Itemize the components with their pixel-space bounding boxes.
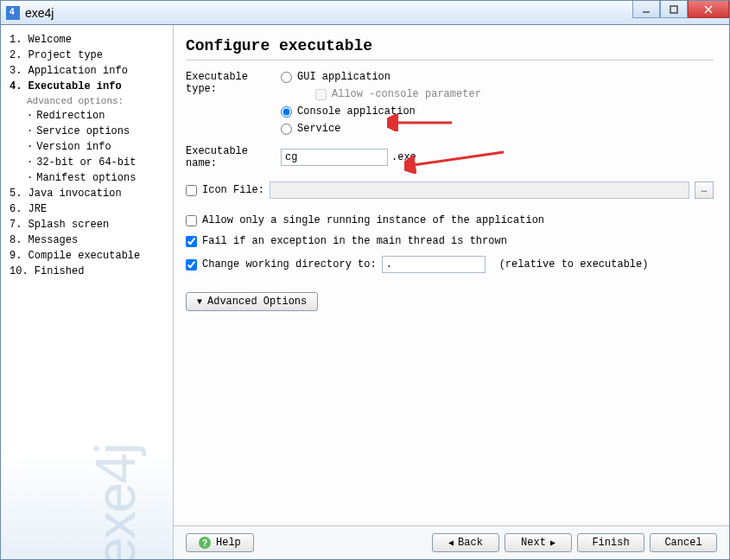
radio-console-input[interactable] [281, 106, 292, 118]
radio-service-label: Service [297, 123, 340, 135]
help-button[interactable]: ? Help [186, 533, 254, 552]
step-project-type[interactable]: 2. Project type [10, 48, 169, 63]
maximize-icon [670, 5, 678, 14]
step-java-invocation[interactable]: 5. Java invocation [10, 186, 169, 201]
step-finished[interactable]: 10. Finished [10, 264, 169, 279]
radio-console-label: Console application [297, 105, 416, 118]
exec-name-input[interactable] [281, 149, 388, 166]
radio-console-application[interactable]: Console application [281, 105, 481, 118]
icon-file-browse-button[interactable]: … [695, 181, 714, 199]
cwd-relative-label: (relative to executable) [499, 258, 649, 270]
check-fail-on-exception[interactable]: Fail if an exception in the main thread … [186, 235, 714, 247]
cancel-label: Cancel [664, 537, 701, 549]
substep-service-options[interactable]: ·Service options [10, 124, 169, 139]
close-button[interactable] [688, 1, 729, 18]
back-label: Back [458, 537, 483, 549]
next-button[interactable]: Next ▶ [505, 533, 572, 552]
exec-type-label: Executable type: [186, 71, 281, 95]
check-single-instance-label: Allow only a single running instance of … [202, 214, 544, 226]
cwd-input[interactable] [382, 256, 486, 273]
check-icon-file[interactable]: Icon File: [186, 184, 264, 196]
check-allow-console: Allow -console parameter [315, 88, 481, 100]
maximize-button[interactable] [660, 1, 688, 18]
cancel-button[interactable]: Cancel [650, 533, 717, 552]
substep-manifest-options[interactable]: ·Manifest options [10, 170, 169, 186]
main-panel: Configure executable Executable type: GU… [174, 25, 729, 559]
svg-rect-1 [670, 6, 677, 13]
icon-file-path-input [270, 181, 689, 199]
help-icon: ? [199, 537, 211, 549]
step-jre[interactable]: 6. JRE [10, 201, 169, 217]
advanced-options-label: Advanced Options [207, 296, 307, 308]
wizard-footer: ? Help ◀ Back Next ▶ Finish Cancel [174, 525, 729, 559]
advanced-options-header: Advanced options: [10, 94, 169, 108]
substep-version-info[interactable]: ·Version info [10, 139, 169, 155]
step-welcome[interactable]: 1. Welcome [10, 32, 169, 48]
help-label: Help [216, 537, 241, 549]
icon-file-label: Icon File: [202, 184, 264, 196]
brand-watermark: exe4j [84, 525, 148, 559]
chevron-left-icon: ◀ [448, 538, 454, 548]
minimize-button[interactable] [632, 1, 660, 18]
check-icon-file-input[interactable] [186, 185, 197, 196]
radio-gui-input[interactable] [281, 72, 292, 83]
minimize-icon [642, 5, 651, 14]
step-messages[interactable]: 8. Messages [10, 232, 169, 248]
app-icon [6, 6, 20, 20]
exec-name-label: Executable name: [186, 145, 281, 169]
step-compile-executable[interactable]: 9. Compile executable [10, 248, 169, 264]
check-fail-input[interactable] [186, 236, 197, 247]
step-application-info[interactable]: 3. Application info [10, 63, 169, 79]
substep-redirection[interactable]: ·Redirection [10, 108, 169, 124]
chevron-down-icon: ▼ [197, 297, 202, 307]
step-splash-screen[interactable]: 7. Splash screen [10, 217, 169, 232]
chevron-right-icon: ▶ [550, 538, 555, 548]
substep-32-64-bit[interactable]: ·32-bit or 64-bit [10, 155, 169, 170]
finish-button[interactable]: Finish [577, 533, 644, 552]
window-title: exe4j [25, 6, 54, 20]
next-label: Next [521, 537, 546, 549]
radio-service-input[interactable] [281, 124, 292, 135]
check-allow-console-label: Allow -console parameter [332, 88, 481, 100]
check-cwd-input[interactable] [186, 259, 197, 270]
check-single-instance-input[interactable] [186, 215, 197, 226]
wizard-sidebar: exe4j 1. Welcome 2. Project type 3. Appl… [1, 25, 174, 559]
check-single-instance[interactable]: Allow only a single running instance of … [186, 214, 714, 226]
check-change-cwd[interactable]: Change working directory to: (relative t… [186, 256, 714, 273]
check-cwd-label: Change working directory to: [202, 258, 377, 270]
back-button[interactable]: ◀ Back [432, 533, 499, 552]
check-allow-console-input [315, 89, 327, 100]
radio-gui-application[interactable]: GUI application [281, 71, 481, 83]
page-title: Configure executable [186, 37, 714, 60]
exec-ext-label: .exe [391, 151, 416, 163]
close-icon [704, 5, 713, 14]
step-executable-info[interactable]: 4. Executable info [10, 79, 169, 94]
titlebar: exe4j [1, 1, 729, 25]
radio-service[interactable]: Service [281, 123, 481, 135]
radio-gui-label: GUI application [297, 71, 390, 83]
advanced-options-button[interactable]: ▼ Advanced Options [186, 292, 318, 311]
finish-label: Finish [592, 537, 629, 549]
check-fail-label: Fail if an exception in the main thread … [202, 235, 507, 247]
